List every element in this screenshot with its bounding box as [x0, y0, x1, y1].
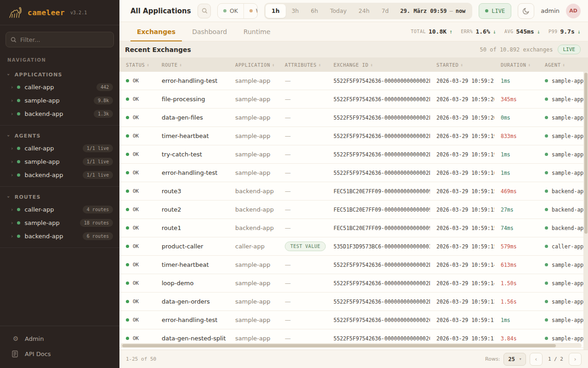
- sidebar-item-admin[interactable]: ⚙ Admin: [0, 331, 119, 346]
- range-today-button[interactable]: Today: [324, 4, 352, 18]
- column-header-duration[interactable]: DURATION↕: [494, 62, 538, 68]
- chevron-right-icon: ›: [11, 111, 13, 116]
- started-cell: 2026-03-29 10:59:19: [430, 151, 494, 158]
- live-toggle-button[interactable]: LIVE: [479, 3, 511, 19]
- prev-page-button[interactable]: ‹: [530, 353, 543, 366]
- table-row[interactable]: OK error-handling-test sample-app — 5522…: [119, 311, 588, 329]
- sidebar-filter[interactable]: [6, 32, 114, 47]
- attributes-cell: —: [278, 169, 327, 176]
- status-cell: OK: [119, 96, 155, 102]
- agent-status-dot: [545, 337, 548, 340]
- vertical-scrollbar-thumb[interactable]: [584, 73, 588, 234]
- filter-ok-button[interactable]: OK: [218, 4, 243, 18]
- route-cell: try-catch-test: [155, 151, 229, 158]
- document-icon: [12, 351, 19, 357]
- table-row[interactable]: OK timer-heartbeat sample-app — 5522F5F9…: [119, 256, 588, 274]
- table-row[interactable]: OK error-handling-test sample-app — 5522…: [119, 72, 588, 90]
- ok-status-dot: [126, 98, 129, 101]
- sidebar-item-route[interactable]: › sample-app 18 routes: [0, 216, 119, 230]
- section-header-applications[interactable]: › APPLICATIONS: [0, 68, 119, 80]
- avatar[interactable]: AD: [566, 4, 581, 18]
- column-header-application[interactable]: APPLICATION↕: [229, 62, 278, 68]
- sidebar-item-application[interactable]: › backend-app 1.3k: [0, 107, 119, 121]
- empty-dash: —: [285, 114, 291, 121]
- table-row[interactable]: OK route1 backend-app — FEC51BC20E7FF09-…: [119, 219, 588, 237]
- section-header-agents[interactable]: › AGENTS: [0, 129, 119, 142]
- filter-input[interactable]: [20, 36, 109, 43]
- empty-dash: —: [285, 206, 291, 213]
- filter-warning-button[interactable]: Wa: [243, 4, 258, 18]
- agent-cell: sample-app-1: [538, 115, 588, 121]
- sidebar-item-label: caller-app: [24, 145, 78, 152]
- horizontal-scrollbar-thumb[interactable]: [122, 344, 556, 347]
- agent-status-dot: [545, 134, 548, 138]
- route-cell: product-caller: [155, 243, 229, 250]
- date-range-display[interactable]: 29. März 09:59—now: [395, 8, 471, 14]
- table-row[interactable]: OK data-gen-orders sample-app — 5522F5F9…: [119, 293, 588, 311]
- sidebar-section-applications: › APPLICATIONS › caller-app 442 › sample…: [0, 64, 119, 126]
- table-row[interactable]: OK loop-demo sample-app — 5522F5F9754263…: [119, 274, 588, 293]
- global-search[interactable]: Se... Ctrl+K: [198, 4, 211, 18]
- column-header-agent[interactable]: AGENT↕: [538, 62, 588, 68]
- chevron-right-icon: ›: [11, 234, 13, 239]
- duration-cell: 1ms: [494, 151, 538, 158]
- column-header-attributes[interactable]: ATTRIBUTES↕: [278, 62, 327, 68]
- column-header-status[interactable]: STATUS↕: [119, 62, 155, 68]
- range-6h-button[interactable]: 6h: [305, 4, 324, 18]
- tab-dashboard[interactable]: Dashboard: [186, 22, 233, 41]
- table-row[interactable]: OK data-gen-files sample-app — 5522F5F97…: [119, 109, 588, 127]
- next-page-button[interactable]: ›: [569, 353, 582, 366]
- sidebar-item-application[interactable]: › sample-app 9.8k: [0, 94, 119, 107]
- rows-per-page-select[interactable]: 25 ▾: [503, 353, 526, 366]
- range-7d-button[interactable]: 7d: [375, 4, 395, 18]
- tab-exchanges[interactable]: Exchanges: [130, 22, 182, 41]
- table-row[interactable]: OK route2 backend-app — FEC51BC20E7FF09-…: [119, 201, 588, 219]
- table-row[interactable]: OK try-catch-test sample-app — 5522F5F97…: [119, 145, 588, 164]
- horizontal-scrollbar[interactable]: [120, 343, 582, 348]
- table-row[interactable]: OK file-processing sample-app — 5522F5F9…: [119, 90, 588, 109]
- sidebar-item-agent[interactable]: › sample-app 1/1 live: [0, 155, 119, 168]
- sidebar-item-route[interactable]: › backend-app 6 routes: [0, 230, 119, 243]
- tab-runtime[interactable]: Runtime: [237, 22, 277, 41]
- range-1h-button[interactable]: 1h: [266, 4, 286, 18]
- sidebar-item-route[interactable]: › caller-app 4 routes: [0, 203, 119, 216]
- table-row[interactable]: OK error-handling-test sample-app — 5522…: [119, 164, 588, 182]
- rows-value: 25: [508, 356, 514, 362]
- sidebar-item-application[interactable]: › caller-app 442: [0, 80, 119, 94]
- sidebar-item-agent[interactable]: › caller-app 1/1 live: [0, 142, 119, 155]
- table-row[interactable]: OK product-caller caller-app TEST VALUE …: [119, 237, 588, 256]
- empty-dash: —: [285, 335, 291, 342]
- table-row[interactable]: OK route3 backend-app — FEC51BC20E7FF09-…: [119, 182, 588, 201]
- status-cell: OK: [119, 151, 155, 157]
- range-3h-button[interactable]: 3h: [286, 4, 305, 18]
- sidebar-item-api-docs[interactable]: API Docs: [0, 346, 119, 362]
- empty-dash: —: [285, 261, 291, 268]
- ok-dot: [223, 9, 226, 12]
- started-cell: 2026-03-29 10:59:14: [430, 280, 494, 287]
- exchange-id-cell: 5522F5F97542636-00000000000002CE: [327, 317, 430, 323]
- stat-avg: AVG 545ms ↓: [504, 28, 540, 35]
- exchange-id-cell: 535D1F3D9573BC6-0000000000000034: [327, 243, 430, 250]
- theme-toggle-button[interactable]: [518, 3, 534, 19]
- agent-status-dot: [545, 263, 548, 266]
- section-header-routes[interactable]: › ROUTES: [0, 190, 119, 203]
- application-cell: sample-app: [229, 316, 278, 323]
- table-row[interactable]: OK timer-heartbeat sample-app — 5522F5F9…: [119, 127, 588, 145]
- started-cell: 2026-03-29 10:59:21: [430, 78, 494, 84]
- sidebar-item-badge: 1/1 live: [83, 171, 113, 179]
- vertical-scrollbar[interactable]: [583, 72, 588, 350]
- column-header-exchange-id[interactable]: EXCHANGE ID↕: [327, 62, 430, 68]
- duration-cell: 74ms: [494, 225, 538, 231]
- duration-cell: 3.84s: [494, 335, 538, 342]
- time-range-picker: 1h 3h 6h Today 24h 7d 29. März 09:59—now: [264, 3, 472, 19]
- page-indicator: 1 / 2: [546, 356, 565, 362]
- column-header-route[interactable]: ROUTE↕: [155, 62, 229, 68]
- application-cell: sample-app: [229, 151, 278, 158]
- username: admin: [541, 7, 560, 14]
- application-cell: sample-app: [229, 298, 278, 305]
- column-header-started[interactable]: STARTED↕: [430, 62, 494, 68]
- camel-logo-icon: [7, 5, 23, 20]
- status-dot: [17, 208, 20, 211]
- range-24h-button[interactable]: 24h: [353, 4, 376, 18]
- sidebar-item-agent[interactable]: › backend-app 1/1 live: [0, 168, 119, 182]
